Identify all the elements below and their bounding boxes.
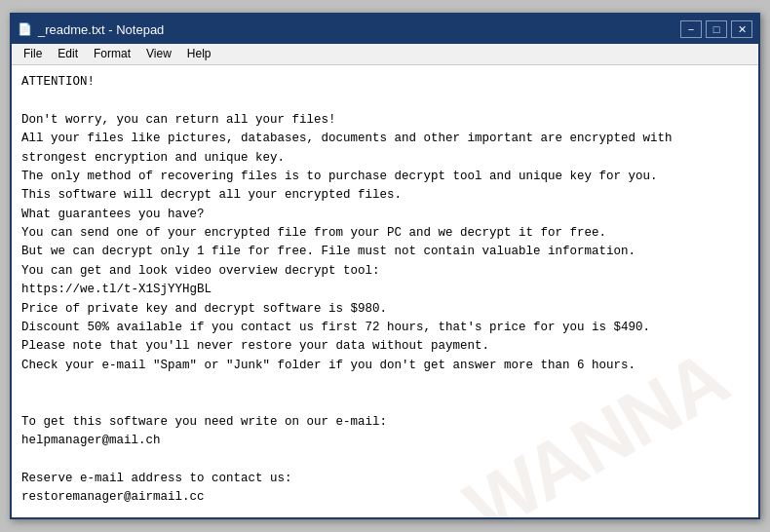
menu-view[interactable]: View [138, 46, 179, 62]
title-bar: 📄 _readme.txt - Notepad − □ ✕ [12, 15, 758, 44]
notepad-content: ATTENTION! Don't worry, you can return a… [21, 73, 749, 517]
menu-edit[interactable]: Edit [50, 46, 86, 62]
notepad-window: 📄 _readme.txt - Notepad − □ ✕ File Edit … [10, 13, 760, 519]
text-area[interactable]: ATTENTION! Don't worry, you can return a… [12, 65, 758, 517]
close-button[interactable]: ✕ [731, 20, 752, 38]
menu-bar: File Edit Format View Help [12, 44, 758, 65]
menu-format[interactable]: Format [86, 46, 138, 62]
menu-file[interactable]: File [16, 46, 50, 62]
maximize-button[interactable]: □ [706, 20, 727, 38]
title-bar-left: 📄 _readme.txt - Notepad [18, 22, 164, 37]
title-controls: − □ ✕ [680, 20, 752, 38]
menu-help[interactable]: Help [179, 46, 219, 62]
file-icon: 📄 [18, 22, 32, 36]
minimize-button[interactable]: − [680, 20, 702, 38]
window-title: _readme.txt - Notepad [38, 22, 164, 37]
